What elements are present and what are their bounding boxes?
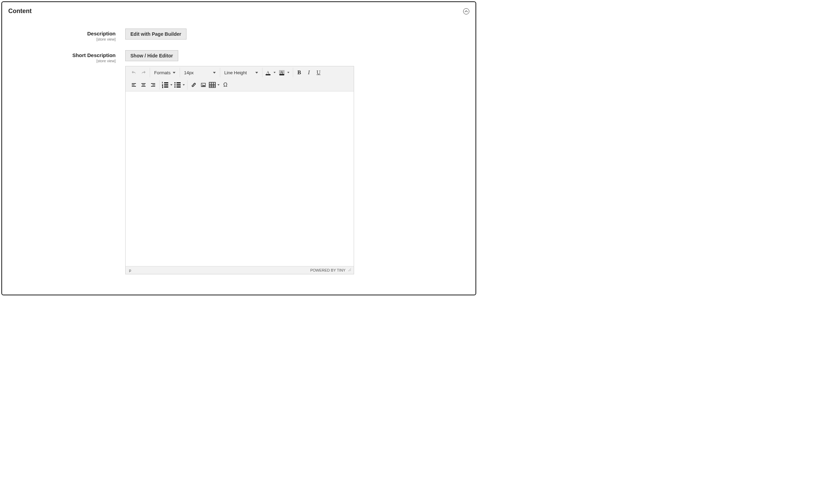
toolbar-row-2: Ω xyxy=(126,79,354,91)
undo-icon xyxy=(131,70,137,75)
chevron-up-icon xyxy=(465,10,468,13)
insert-table-dropdown[interactable] xyxy=(216,80,221,89)
insert-image-button[interactable] xyxy=(199,80,208,89)
description-label: Description xyxy=(8,31,116,36)
bullet-list-button[interactable] xyxy=(173,80,186,89)
description-field-row: Description [store view] Edit with Page … xyxy=(8,29,469,41)
resize-handle[interactable] xyxy=(348,268,352,273)
svg-point-0 xyxy=(174,82,176,84)
short-description-label-col: Short Description [store view] xyxy=(8,50,125,63)
formats-label: Formats xyxy=(154,70,171,75)
bold-button[interactable]: B xyxy=(295,68,304,77)
numbered-list-button[interactable] xyxy=(161,80,173,89)
svg-point-1 xyxy=(174,84,176,86)
toolbar-row-1: Formats 14px Line He xyxy=(126,66,354,79)
caret-down-icon xyxy=(274,72,276,73)
short-description-scope: [store view] xyxy=(8,59,116,63)
caret-down-icon xyxy=(287,72,289,73)
redo-button[interactable] xyxy=(139,68,148,77)
svg-point-4 xyxy=(202,84,203,85)
align-left-button[interactable] xyxy=(129,80,139,89)
special-character-button[interactable]: Ω xyxy=(221,80,230,89)
content-panel: Content Description [store view] Edit wi… xyxy=(1,1,476,295)
image-icon xyxy=(201,82,206,88)
font-size-select[interactable]: 14px xyxy=(181,68,218,77)
wysiwyg-editor: Formats 14px Line He xyxy=(125,66,354,274)
insert-table-button[interactable] xyxy=(208,80,221,89)
table-icon xyxy=(208,81,216,89)
text-color-letter: A xyxy=(266,70,269,75)
caret-down-icon xyxy=(255,72,258,74)
svg-rect-5 xyxy=(209,83,215,88)
background-color-button[interactable]: A xyxy=(278,69,291,76)
collapse-toggle[interactable] xyxy=(463,8,469,14)
caret-down-icon xyxy=(213,72,216,74)
link-icon xyxy=(191,82,196,88)
short-description-label: Short Description xyxy=(8,52,116,58)
short-description-field-row: Short Description [store view] Show / Hi… xyxy=(8,50,469,274)
undo-button[interactable] xyxy=(129,68,139,77)
font-size-value: 14px xyxy=(184,70,194,75)
panel-header: Content xyxy=(8,8,469,15)
edit-with-page-builder-button[interactable]: Edit with Page Builder xyxy=(125,29,186,40)
svg-point-2 xyxy=(174,86,176,88)
powered-by-label[interactable]: POWERED BY TINY xyxy=(310,268,345,272)
editor-statusbar: p POWERED BY TINY xyxy=(126,266,354,274)
line-height-label: Line Height xyxy=(224,70,247,75)
background-color-dropdown[interactable] xyxy=(286,69,291,76)
align-right-button[interactable] xyxy=(148,80,158,89)
align-right-icon xyxy=(150,82,156,88)
omega-icon: Ω xyxy=(223,82,227,88)
description-scope: [store view] xyxy=(8,37,116,41)
resize-grip-icon xyxy=(348,268,352,272)
text-color-dropdown[interactable] xyxy=(272,69,277,76)
italic-button[interactable]: I xyxy=(304,68,314,77)
short-description-value-col: Show / Hide Editor xyxy=(125,50,354,274)
editor-toolbar: Formats 14px Line He xyxy=(126,66,354,91)
show-hide-editor-button[interactable]: Show / Hide Editor xyxy=(125,50,178,61)
formats-select[interactable]: Formats xyxy=(151,68,178,77)
caret-down-icon xyxy=(170,84,172,86)
description-value-col: Edit with Page Builder xyxy=(125,29,186,40)
caret-down-icon xyxy=(183,84,185,86)
align-left-icon xyxy=(131,82,137,88)
text-color-button[interactable]: A xyxy=(264,69,278,76)
numbered-list-dropdown[interactable] xyxy=(169,80,173,89)
align-center-icon xyxy=(141,82,146,88)
caret-down-icon xyxy=(173,72,175,74)
line-height-select[interactable]: Line Height xyxy=(222,68,261,77)
element-path[interactable]: p xyxy=(129,268,131,272)
insert-link-button[interactable] xyxy=(189,80,199,89)
bg-color-letter: A xyxy=(280,70,283,75)
editor-content-area[interactable] xyxy=(126,91,354,266)
redo-icon xyxy=(141,70,146,75)
underline-button[interactable]: U xyxy=(314,68,323,77)
caret-down-icon xyxy=(217,84,220,86)
numbered-list-icon xyxy=(161,81,169,89)
align-center-button[interactable] xyxy=(139,80,148,89)
description-label-col: Description [store view] xyxy=(8,29,125,41)
bullet-list-dropdown[interactable] xyxy=(182,80,186,89)
panel-title: Content xyxy=(8,8,32,15)
bullet-list-icon xyxy=(173,81,182,89)
